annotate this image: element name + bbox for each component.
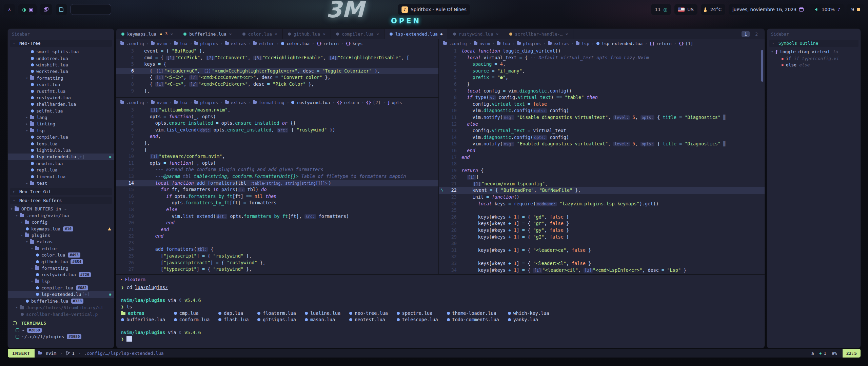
tree-item[interactable]: ▾OPEN BUFFERS in ~ <box>8 206 114 212</box>
code-line[interactable]: 14 local function add_formatters(tbl :ta… <box>116 180 438 187</box>
toggle-right-icon[interactable]: ▣ <box>29 7 33 12</box>
toggle-left-icon[interactable]: ◑ <box>22 7 26 12</box>
tree-item[interactable]: shellharden.lua <box>8 101 114 107</box>
tree-item[interactable]: worktree.lua <box>8 68 114 75</box>
code-line[interactable]: 20 [1]{ <box>439 174 765 181</box>
tree-item[interactable]: lsp-extended.lu[+]◉ <box>8 291 114 298</box>
code-line[interactable]: 18 <box>439 161 765 167</box>
code-line[interactable]: 2 local virtual_text = { -- Default virt… <box>439 55 765 61</box>
breadcrumb-item[interactable]: .config <box>120 100 144 105</box>
code-line[interactable]: 28 keys[#keys + 1] = { "gy", false } <box>439 227 765 234</box>
document-button[interactable] <box>56 4 67 15</box>
pane-color-lua[interactable]: .config›nvim›lua›plugins›extras›editor›c… <box>116 39 438 98</box>
code-line[interactable]: 5 prefix = "●", <box>439 74 765 81</box>
breadcrumb-item[interactable]: plugins <box>517 41 541 46</box>
keyboard-layout-widget[interactable]: US <box>674 4 697 15</box>
tree-item[interactable]: ▾config <box>8 219 114 225</box>
code-p3[interactable]: 1local function toggle_diag_virtext() 2 … <box>439 48 765 273</box>
tree-item[interactable]: ▾plugins <box>8 232 114 239</box>
tree-item[interactable]: ▾lsp <box>8 278 114 285</box>
code-line[interactable]: 8 { [1]"<C-c>", [2]"<cmd>CccPick<cr>", d… <box>116 81 438 88</box>
breadcrumb-item[interactable]: lua <box>174 100 188 105</box>
code-line[interactable]: 27 ["typescript"] = { "rustywind" }, <box>116 266 438 273</box>
code-line[interactable]: 8 }, <box>116 140 438 147</box>
code-line[interactable]: 11 vim.notify(msg: "Disable diagnostics … <box>439 114 765 121</box>
code-line[interactable]: 23 init = function() <box>439 194 765 201</box>
tree-item[interactable]: ▾formatting <box>8 265 114 271</box>
breadcrumb-item[interactable]: {}[1] <box>678 41 693 46</box>
tree-item[interactable]: color.lua#493 <box>8 252 114 258</box>
breadcrumb-item[interactable]: extras <box>225 41 246 46</box>
breadcrumb-item[interactable]: formatting <box>253 100 284 105</box>
code-line[interactable]: ϟ22 event = { "BufReadPre", "BufNewFile"… <box>439 187 765 194</box>
code-line[interactable]: 23 <box>116 240 438 246</box>
tab-close-icon[interactable]: × <box>170 32 173 37</box>
code-line[interactable]: 30 <box>439 240 765 247</box>
breadcrumb-item[interactable]: ƒopts <box>388 100 402 105</box>
breadcrumb-item[interactable]: lua <box>174 41 188 46</box>
section-header-neo-tree[interactable]: ▾Neo-Tree <box>10 40 112 47</box>
code-line[interactable]: 16 end <box>439 147 765 154</box>
code-line[interactable]: 21 [1]"neovim/nvim-lspconfig", <box>439 181 765 187</box>
tab-lsp-extended-lua[interactable]: lsp-extended.lua● <box>384 29 448 39</box>
tree-item[interactable]: rustywind.lua#726 <box>8 271 114 278</box>
tree-item[interactable]: ▾editor <box>8 245 114 252</box>
volume-widget[interactable]: 100% ♪ <box>811 4 844 15</box>
tabpage-2[interactable]: 2 <box>752 31 761 37</box>
section-header-terminals[interactable]: TERMINALS <box>10 320 112 326</box>
breadcrumb-item[interactable]: {}keys <box>346 41 362 46</box>
tree-item[interactable]: ~/.c/n/l/plugins#3980 <box>8 333 114 340</box>
updates-widget[interactable]: 9 <box>847 4 864 15</box>
code-line[interactable]: 4 opts = function(_, opts) <box>116 114 438 120</box>
tree-item[interactable]: smart-splits.lua <box>8 48 114 55</box>
breadcrumb-item[interactable]: .config <box>443 41 467 46</box>
code-line[interactable]: 22 end <box>116 233 438 240</box>
tree-item[interactable]: repl.lua <box>8 167 114 173</box>
terminal-body[interactable]: ❯ cd lua/plugins/nvim/lua/plugins via ☾ … <box>116 284 765 343</box>
code-line[interactable]: 15 vim.notify(msg: "Enabled diagnostics … <box>439 141 765 147</box>
tab-close-icon[interactable]: × <box>275 32 277 37</box>
code-line[interactable]: 24 local keys = require(modname: "lazyvi… <box>439 201 765 207</box>
tree-item[interactable]: compiler.lua#682 <box>8 285 114 291</box>
code-line[interactable]: 12 else <box>439 121 765 128</box>
tree-item[interactable]: lens.lua <box>8 140 114 147</box>
tab-keymaps-lua[interactable]: keymaps.lua3× <box>116 29 178 39</box>
code-line[interactable]: 3 event = { "BufRead" }, <box>116 48 438 55</box>
tree-item[interactable]: lightbulb.lua <box>8 147 114 154</box>
outline-item[interactable]: ▪ifif type(config.vi <box>767 55 861 61</box>
code-p1[interactable]: 3 event = { "BufRead" }, 4 cmd = { [1]"C… <box>116 48 438 94</box>
breadcrumb-item[interactable]: {}return <box>337 100 359 105</box>
code-line[interactable]: 21 end <box>116 226 438 233</box>
windows-button[interactable] <box>40 4 52 15</box>
code-line[interactable]: 19 vim.list_extend(dst: opts.formatters_… <box>116 213 438 220</box>
breadcrumb-item[interactable]: lua <box>497 41 510 46</box>
code-p2[interactable]: 3 [1]"williamboman/mason.nvim", 4 opts =… <box>116 107 438 273</box>
code-line[interactable]: 29 keys[#keys + 1] = { "gI", false } <box>439 234 765 241</box>
code-line[interactable]: 26 keys[#keys + 1] = { "gd", false } <box>439 214 765 221</box>
symbols-outline-header[interactable]: ▾ Symbols Outline <box>769 40 859 47</box>
date-widget[interactable]: jueves, noviembre 16, 2023 <box>729 4 807 15</box>
code-line[interactable]: 9 }, <box>116 88 438 95</box>
code-line[interactable]: 4 source = "if_many", <box>439 68 765 75</box>
tree-item[interactable]: ▾extras <box>8 239 114 245</box>
breadcrumb-item[interactable]: lsp-extended.lua <box>596 41 643 46</box>
code-line[interactable]: 6 } <box>439 81 765 88</box>
code-line[interactable]: 7 local config = vim.diagnostic.config() <box>439 88 765 95</box>
code-line[interactable]: 4 cmd = { [1]"CccPick", [2]"CccConvert",… <box>116 55 438 61</box>
tab-compiler-lua[interactable]: compiler.lua× <box>331 29 384 39</box>
code-line[interactable]: 7 { [1]"<S-C>", [2]"<cmd>CccConvert<cr>"… <box>116 74 438 81</box>
tree-item[interactable]: ▾lsp <box>8 127 114 134</box>
tree-item[interactable]: ▸linting <box>8 121 114 127</box>
tree-item[interactable]: ▾formatting <box>8 75 114 81</box>
tree-item[interactable]: sqlfmt.lua <box>8 108 114 114</box>
scrollbar-handle[interactable] <box>761 50 763 82</box>
breadcrumb-item[interactable]: extras <box>225 100 246 105</box>
code-line[interactable]: 25 ["javascript"] = { "rustywind" }, <box>116 253 438 260</box>
tree-item[interactable]: winshift.lua <box>8 62 114 68</box>
tree-item[interactable]: bufferline.lua#328 <box>8 298 114 304</box>
tab-close-icon[interactable]: × <box>229 32 232 37</box>
tab-color-lua[interactable]: color.lua× <box>237 29 283 39</box>
code-line[interactable]: 12 --- Extend the conform plugin config … <box>116 166 438 173</box>
code-line[interactable]: 1local function toggle_diag_virtext() <box>439 48 765 55</box>
breadcrumb-item[interactable]: lsp <box>576 41 589 46</box>
